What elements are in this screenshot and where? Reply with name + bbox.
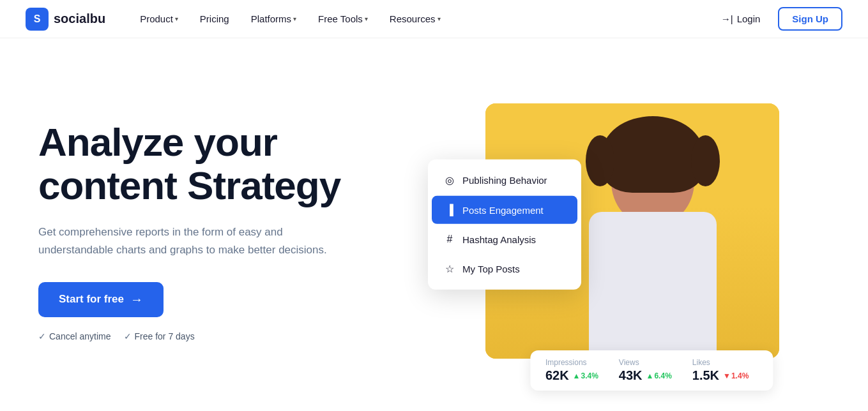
start-free-button[interactable]: Start for free →	[38, 282, 164, 317]
checkmark-icon: ✓	[38, 331, 46, 341]
stat-views: Views 43K ▲ 6.4%	[619, 358, 672, 383]
bar-chart-icon: ▐	[443, 204, 456, 216]
nav-links: Product ▾ Pricing Platforms ▾ Free Tools…	[131, 8, 711, 29]
chevron-down-icon: ▾	[293, 15, 296, 22]
stat-impressions: Impressions 62K ▲ 3.4%	[545, 358, 598, 383]
stat-change-up-icon: ▲ 3.4%	[573, 371, 598, 380]
benefit-checks: ✓ Cancel anytime ✓ Free for 7 days	[38, 331, 409, 341]
logo-icon: S	[26, 8, 49, 31]
main-content: Analyze your content Strategy Get compre…	[0, 38, 868, 411]
nav-item-product[interactable]: Product ▾	[131, 8, 187, 29]
clock-icon: ◎	[443, 174, 456, 186]
hashtag-icon: #	[443, 234, 456, 245]
arrow-right-icon: →	[130, 292, 143, 307]
login-icon: →|	[721, 13, 733, 24]
check-free: ✓ Free for 7 days	[124, 331, 195, 341]
nav-item-platforms[interactable]: Platforms ▾	[242, 8, 305, 29]
logo-text: socialbu	[54, 11, 105, 26]
nav-item-resources[interactable]: Resources ▾	[381, 8, 450, 29]
person-body	[589, 212, 717, 359]
hero-right: ◎ Publishing Behavior ▐ Posts Engagement…	[434, 78, 830, 384]
stat-change-up-icon: ▲ 6.4%	[646, 371, 672, 380]
analytics-menu-card: ◎ Publishing Behavior ▐ Posts Engagement…	[428, 160, 581, 290]
stats-bar: Impressions 62K ▲ 3.4% Views 43K ▲ 6.4% …	[530, 350, 773, 391]
checkmark-icon: ✓	[124, 331, 132, 341]
chevron-down-icon: ▾	[438, 15, 441, 22]
nav-item-pricing[interactable]: Pricing	[191, 8, 238, 29]
chevron-down-icon: ▾	[365, 15, 368, 22]
person-hair	[602, 116, 704, 193]
login-button[interactable]: →| Login	[711, 8, 771, 29]
signup-button[interactable]: Sign Up	[778, 7, 842, 31]
stat-change-down-icon: ▼ 1.4%	[723, 371, 749, 380]
hero-left: Analyze your content Strategy Get compre…	[38, 121, 409, 341]
hero-title: Analyze your content Strategy	[38, 121, 409, 207]
star-icon: ☆	[443, 263, 456, 275]
hero-subtitle: Get comprehensive reports in the form of…	[38, 223, 345, 259]
menu-item-top-posts[interactable]: ☆ My Top Posts	[432, 255, 577, 283]
nav-item-free-tools[interactable]: Free Tools ▾	[309, 8, 377, 29]
menu-item-publishing[interactable]: ◎ Publishing Behavior	[432, 166, 577, 195]
chevron-down-icon: ▾	[175, 15, 178, 22]
menu-item-engagement[interactable]: ▐ Posts Engagement	[432, 196, 577, 224]
logo[interactable]: S socialbu	[26, 8, 105, 31]
menu-item-hashtag[interactable]: # Hashtag Analysis	[432, 225, 577, 253]
stat-likes: Likes 1.5K ▼ 1.4%	[692, 358, 749, 383]
nav-right: →| Login Sign Up	[711, 7, 842, 31]
navbar: S socialbu Product ▾ Pricing Platforms ▾…	[0, 0, 868, 38]
check-cancel: ✓ Cancel anytime	[38, 331, 111, 341]
